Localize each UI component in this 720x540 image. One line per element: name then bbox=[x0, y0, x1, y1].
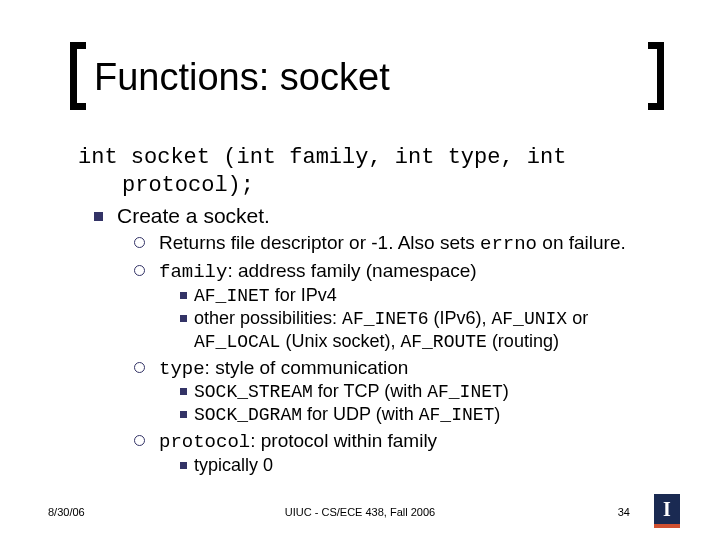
code-sockstream: SOCK_STREAM bbox=[194, 382, 313, 402]
signature-line2: protocol); bbox=[78, 172, 664, 200]
bullet-sockdgram: SOCK_DGRAM for UDP (with AF_INET) bbox=[78, 404, 664, 427]
code-sockdgram: SOCK_DGRAM bbox=[194, 405, 302, 425]
uiuc-logo: I bbox=[654, 494, 680, 528]
code-afunix: AF_UNIX bbox=[492, 309, 568, 329]
bullet-create-socket: Create a socket. bbox=[78, 203, 664, 229]
bullet-other-families: other possibilities: AF_INET6 (IPv6), AF… bbox=[78, 308, 664, 354]
code-afinet6: AF_INET6 bbox=[342, 309, 428, 329]
text: : protocol within family bbox=[250, 430, 437, 451]
code-family: family bbox=[159, 261, 227, 283]
footer-center: UIUC - CS/ECE 438, Fall 2006 bbox=[0, 506, 720, 518]
signature-line1: int socket (int family, int type, int bbox=[78, 145, 566, 170]
bullet-sockstream: SOCK_STREAM for TCP (with AF_INET) bbox=[78, 381, 664, 404]
text: Returns file descriptor or -1. Also sets bbox=[159, 232, 480, 253]
code-type: type bbox=[159, 358, 205, 380]
text: (Unix socket), bbox=[280, 331, 400, 351]
text: for TCP (with bbox=[313, 381, 427, 401]
text: typically 0 bbox=[194, 455, 273, 475]
code-aflocal: AF_LOCAL bbox=[194, 332, 280, 352]
function-signature: int socket (int family, int type, int pr… bbox=[78, 144, 664, 199]
text: for UDP (with bbox=[302, 404, 419, 424]
bullet-returns: Returns file descriptor or -1. Also sets… bbox=[78, 231, 664, 257]
slide: Functions: socket int socket (int family… bbox=[0, 0, 720, 540]
text: or bbox=[567, 308, 588, 328]
code-protocol: protocol bbox=[159, 431, 250, 453]
code-afroute: AF_ROUTE bbox=[400, 332, 486, 352]
footer-page-number: 34 bbox=[618, 506, 630, 518]
slide-title: Functions: socket bbox=[94, 56, 390, 99]
bullet-create-socket-text: Create a socket. bbox=[117, 204, 270, 227]
bullet-typically-zero: typically 0 bbox=[78, 455, 664, 477]
bullet-type: type: style of communication bbox=[78, 356, 664, 382]
code-errno: errno bbox=[480, 233, 537, 255]
bullet-family: family: address family (namespace) bbox=[78, 259, 664, 285]
title-bracket-right bbox=[648, 42, 664, 110]
text: on failure. bbox=[537, 232, 626, 253]
text: : style of communication bbox=[205, 357, 409, 378]
code-afinet: AF_INET bbox=[194, 286, 270, 306]
logo-letter: I bbox=[663, 498, 671, 521]
text: (routing) bbox=[487, 331, 559, 351]
title-bracket-left bbox=[70, 42, 86, 110]
code-afinet-tcp: AF_INET bbox=[427, 382, 503, 402]
slide-body: int socket (int family, int type, int pr… bbox=[78, 144, 664, 477]
text: (IPv6), bbox=[429, 308, 492, 328]
text: ) bbox=[503, 381, 509, 401]
bullet-protocol: protocol: protocol within family bbox=[78, 429, 664, 455]
text: for IPv4 bbox=[270, 285, 337, 305]
bullet-afinet: AF_INET for IPv4 bbox=[78, 285, 664, 308]
text: other possibilities: bbox=[194, 308, 342, 328]
text: : address family (namespace) bbox=[227, 260, 476, 281]
code-afinet-udp: AF_INET bbox=[419, 405, 495, 425]
text: ) bbox=[494, 404, 500, 424]
